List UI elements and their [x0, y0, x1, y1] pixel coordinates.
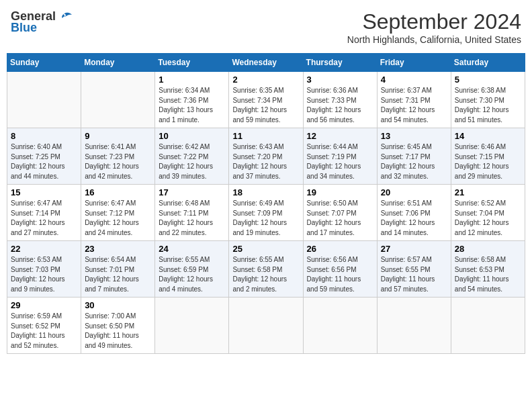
empty-cell — [377, 298, 451, 354]
day-number: 2 — [232, 75, 299, 85]
calendar-day-cell: 3Sunrise: 6:36 AMSunset: 7:33 PMDaylight… — [303, 72, 377, 128]
calendar-week-row: 29Sunrise: 6:59 AMSunset: 6:52 PMDayligh… — [7, 298, 525, 354]
empty-cell — [229, 298, 303, 354]
calendar-day-cell: 8Sunrise: 6:40 AMSunset: 7:25 PMDaylight… — [7, 128, 81, 185]
calendar-day-cell: 13Sunrise: 6:45 AMSunset: 7:17 PMDayligh… — [377, 128, 451, 185]
day-info: Sunrise: 6:55 AMSunset: 6:58 PMDaylight:… — [232, 255, 299, 294]
col-header-wednesday: Wednesday — [229, 54, 303, 72]
calendar-header-row: SundayMondayTuesdayWednesdayThursdayFrid… — [7, 54, 525, 72]
day-number: 1 — [159, 75, 225, 85]
day-number: 30 — [85, 300, 151, 310]
calendar-day-cell: 21Sunrise: 6:52 AMSunset: 7:04 PMDayligh… — [451, 185, 525, 241]
calendar-week-row: 8Sunrise: 6:40 AMSunset: 7:25 PMDaylight… — [7, 128, 525, 185]
calendar-day-cell: 4Sunrise: 6:37 AMSunset: 7:31 PMDaylight… — [377, 72, 451, 128]
day-info: Sunrise: 6:44 AMSunset: 7:19 PMDaylight:… — [307, 142, 373, 181]
day-number: 4 — [381, 75, 447, 85]
day-number: 24 — [159, 244, 225, 254]
calendar-day-cell: 23Sunrise: 6:54 AMSunset: 7:01 PMDayligh… — [81, 241, 155, 298]
calendar-day-cell: 11Sunrise: 6:43 AMSunset: 7:20 PMDayligh… — [229, 128, 303, 185]
page-header: General Blue September 2024 North Highla… — [7, 7, 525, 48]
day-number: 9 — [85, 131, 151, 141]
day-number: 26 — [307, 244, 373, 254]
month-title: September 2024 — [347, 9, 521, 34]
location: North Highlands, California, United Stat… — [347, 34, 521, 45]
col-header-monday: Monday — [81, 54, 155, 72]
day-info: Sunrise: 6:49 AMSunset: 7:09 PMDaylight:… — [232, 199, 299, 238]
logo: General Blue — [11, 9, 72, 35]
day-number: 13 — [381, 131, 447, 141]
day-number: 16 — [85, 187, 151, 197]
day-info: Sunrise: 6:35 AMSunset: 7:34 PMDaylight:… — [232, 86, 299, 125]
day-number: 3 — [307, 75, 373, 85]
day-number: 8 — [11, 131, 77, 141]
calendar-day-cell: 29Sunrise: 6:59 AMSunset: 6:52 PMDayligh… — [7, 298, 81, 354]
calendar-day-cell: 1Sunrise: 6:34 AMSunset: 7:36 PMDaylight… — [155, 72, 229, 128]
empty-cell — [303, 298, 377, 354]
day-number: 17 — [159, 187, 225, 197]
calendar-day-cell: 20Sunrise: 6:51 AMSunset: 7:06 PMDayligh… — [377, 185, 451, 241]
logo-bird-icon — [57, 11, 72, 22]
day-info: Sunrise: 6:58 AMSunset: 6:53 PMDaylight:… — [455, 255, 521, 294]
day-number: 12 — [307, 131, 373, 141]
day-info: Sunrise: 6:54 AMSunset: 7:01 PMDaylight:… — [85, 255, 151, 294]
col-header-thursday: Thursday — [303, 54, 377, 72]
day-info: Sunrise: 6:56 AMSunset: 6:56 PMDaylight:… — [307, 255, 373, 294]
day-info: Sunrise: 6:47 AMSunset: 7:12 PMDaylight:… — [85, 199, 151, 238]
col-header-saturday: Saturday — [451, 54, 525, 72]
day-number: 14 — [455, 131, 521, 141]
day-number: 29 — [11, 300, 77, 310]
day-number: 21 — [455, 187, 521, 197]
day-info: Sunrise: 6:42 AMSunset: 7:22 PMDaylight:… — [159, 142, 225, 181]
col-header-sunday: Sunday — [7, 54, 81, 72]
calendar-day-cell: 28Sunrise: 6:58 AMSunset: 6:53 PMDayligh… — [451, 241, 525, 298]
day-info: Sunrise: 6:50 AMSunset: 7:07 PMDaylight:… — [307, 199, 373, 238]
calendar-day-cell: 2Sunrise: 6:35 AMSunset: 7:34 PMDaylight… — [229, 72, 303, 128]
empty-cell — [451, 298, 525, 354]
day-info: Sunrise: 6:57 AMSunset: 6:55 PMDaylight:… — [381, 255, 447, 294]
calendar-day-cell: 14Sunrise: 6:46 AMSunset: 7:15 PMDayligh… — [451, 128, 525, 185]
title-block: September 2024 North Highlands, Californ… — [347, 9, 521, 45]
day-info: Sunrise: 6:51 AMSunset: 7:06 PMDaylight:… — [381, 199, 447, 238]
calendar-day-cell: 24Sunrise: 6:55 AMSunset: 6:59 PMDayligh… — [155, 241, 229, 298]
day-info: Sunrise: 6:52 AMSunset: 7:04 PMDaylight:… — [455, 199, 521, 238]
calendar-table: SundayMondayTuesdayWednesdayThursdayFrid… — [7, 53, 525, 354]
calendar-week-row: 15Sunrise: 6:47 AMSunset: 7:14 PMDayligh… — [7, 185, 525, 241]
calendar-day-cell: 18Sunrise: 6:49 AMSunset: 7:09 PMDayligh… — [229, 185, 303, 241]
day-info: Sunrise: 6:41 AMSunset: 7:23 PMDaylight:… — [85, 142, 151, 181]
day-info: Sunrise: 6:48 AMSunset: 7:11 PMDaylight:… — [159, 199, 225, 238]
day-number: 23 — [85, 244, 151, 254]
calendar-day-cell: 9Sunrise: 6:41 AMSunset: 7:23 PMDaylight… — [81, 128, 155, 185]
calendar-day-cell: 17Sunrise: 6:48 AMSunset: 7:11 PMDayligh… — [155, 185, 229, 241]
day-number: 28 — [455, 244, 521, 254]
day-info: Sunrise: 6:46 AMSunset: 7:15 PMDaylight:… — [455, 142, 521, 181]
day-info: Sunrise: 6:36 AMSunset: 7:33 PMDaylight:… — [307, 86, 373, 125]
calendar-day-cell: 30Sunrise: 7:00 AMSunset: 6:50 PMDayligh… — [81, 298, 155, 354]
day-info: Sunrise: 6:43 AMSunset: 7:20 PMDaylight:… — [232, 142, 299, 181]
calendar-day-cell: 5Sunrise: 6:38 AMSunset: 7:30 PMDaylight… — [451, 72, 525, 128]
day-info: Sunrise: 6:37 AMSunset: 7:31 PMDaylight:… — [381, 86, 447, 125]
day-info: Sunrise: 6:40 AMSunset: 7:25 PMDaylight:… — [11, 142, 77, 181]
col-header-friday: Friday — [377, 54, 451, 72]
day-info: Sunrise: 6:53 AMSunset: 7:03 PMDaylight:… — [11, 255, 77, 294]
day-number: 18 — [232, 187, 299, 197]
day-info: Sunrise: 6:38 AMSunset: 7:30 PMDaylight:… — [455, 86, 521, 125]
logo-text-blue: Blue — [11, 21, 37, 35]
day-number: 11 — [232, 131, 299, 141]
col-header-tuesday: Tuesday — [155, 54, 229, 72]
day-info: Sunrise: 6:47 AMSunset: 7:14 PMDaylight:… — [11, 199, 77, 238]
empty-cell — [7, 72, 81, 128]
day-number: 20 — [381, 187, 447, 197]
empty-cell — [81, 72, 155, 128]
calendar-day-cell: 16Sunrise: 6:47 AMSunset: 7:12 PMDayligh… — [81, 185, 155, 241]
calendar-week-row: 22Sunrise: 6:53 AMSunset: 7:03 PMDayligh… — [7, 241, 525, 298]
day-number: 10 — [159, 131, 225, 141]
day-info: Sunrise: 6:34 AMSunset: 7:36 PMDaylight:… — [159, 86, 225, 125]
day-number: 15 — [11, 187, 77, 197]
day-info: Sunrise: 6:55 AMSunset: 6:59 PMDaylight:… — [159, 255, 225, 294]
calendar-day-cell: 10Sunrise: 6:42 AMSunset: 7:22 PMDayligh… — [155, 128, 229, 185]
calendar-day-cell: 25Sunrise: 6:55 AMSunset: 6:58 PMDayligh… — [229, 241, 303, 298]
day-number: 5 — [455, 75, 521, 85]
calendar-day-cell: 12Sunrise: 6:44 AMSunset: 7:19 PMDayligh… — [303, 128, 377, 185]
calendar-day-cell: 22Sunrise: 6:53 AMSunset: 7:03 PMDayligh… — [7, 241, 81, 298]
day-number: 22 — [11, 244, 77, 254]
